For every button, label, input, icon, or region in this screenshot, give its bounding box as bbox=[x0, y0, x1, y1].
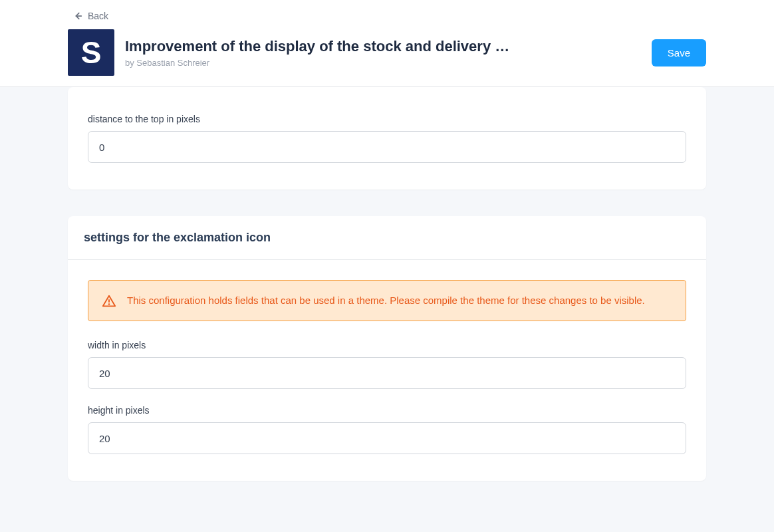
settings-card-partial: distance to the top in pixels bbox=[68, 87, 706, 190]
warning-triangle-icon bbox=[102, 294, 116, 309]
back-label: Back bbox=[88, 11, 108, 21]
save-button[interactable]: Save bbox=[652, 39, 706, 66]
app-icon: S bbox=[68, 29, 114, 76]
page-title: Improvement of the display of the stock … bbox=[125, 38, 511, 55]
height-label: height in pixels bbox=[88, 405, 686, 416]
content-area: distance to the top in pixels settings f… bbox=[68, 87, 706, 481]
app-icon-letter: S bbox=[81, 37, 102, 68]
card-title: settings for the exclamation icon bbox=[84, 231, 690, 245]
width-label: width in pixels bbox=[88, 340, 686, 350]
distance-top-input[interactable] bbox=[88, 131, 686, 163]
exclamation-icon-settings-card: settings for the exclamation icon This c… bbox=[68, 216, 706, 481]
svg-point-1 bbox=[109, 304, 110, 305]
back-button[interactable]: Back bbox=[73, 11, 108, 21]
width-input[interactable] bbox=[88, 357, 686, 389]
page-header: Back S Improvement of the display of the… bbox=[0, 0, 774, 87]
distance-top-label: distance to the top in pixels bbox=[88, 114, 686, 124]
height-input[interactable] bbox=[88, 422, 686, 454]
arrow-left-icon bbox=[73, 11, 82, 21]
alert-text: This configuration holds fields that can… bbox=[127, 293, 645, 309]
page-subtitle: by Sebastian Schreier bbox=[125, 58, 511, 68]
theme-compile-alert: This configuration holds fields that can… bbox=[88, 280, 686, 321]
